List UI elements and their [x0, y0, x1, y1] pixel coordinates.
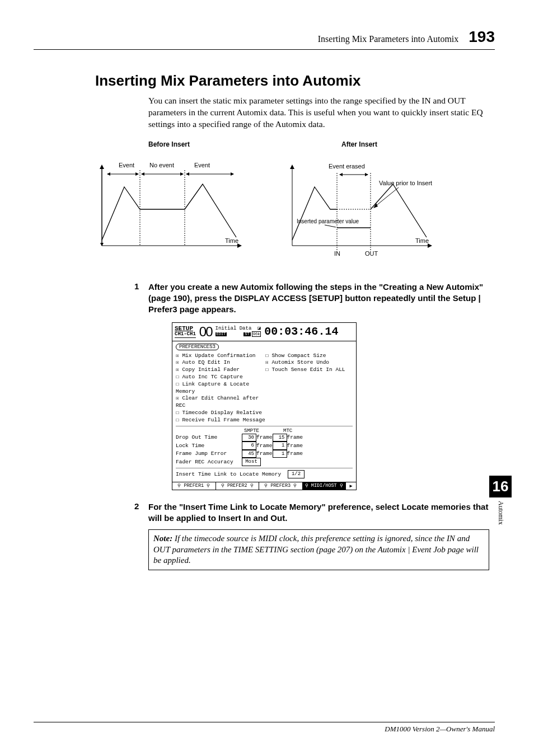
lcd-pref-left: ☐ Receive Full Frame Message [176, 417, 265, 424]
lcd-pref-left: ☐ Auto Inc TC Capture [176, 374, 265, 381]
svg-text:Value prior to Insert: Value prior to Insert [379, 180, 432, 186]
diagram-after-caption: After Insert [281, 140, 438, 148]
lcd-fader-val: Most [242, 458, 261, 466]
lcd-value-label: Frame Jump Error [176, 450, 242, 457]
chapter-label: Automix [496, 501, 505, 525]
page-header: Inserting Mix Parameters into Automix 19… [34, 28, 495, 50]
lcd-value-row: Lock Time6 frame 1 frame [176, 442, 353, 450]
lcd-st-badge: ST [243, 332, 250, 336]
lcd-insert-label: Insert Time Link to Locate Memory [176, 471, 288, 478]
svg-text:Event erased: Event erased [329, 163, 365, 170]
svg-text:IN: IN [334, 250, 340, 257]
lcd-value-smpte: 6 [242, 442, 256, 450]
lcd-pref-right: ☐ Show Compact Size [265, 353, 353, 360]
svg-text:OUT: OUT [365, 250, 378, 257]
note-box: Note: If the timecode source is MIDI clo… [148, 529, 489, 570]
diagram-before: Before Insert [91, 140, 247, 265]
lcd-pref-right [265, 417, 353, 424]
step-2-num: 2 [134, 501, 148, 524]
svg-text:Event: Event [194, 162, 210, 168]
lcd-pref-left: ☐ Timecode Display Relative [176, 410, 265, 417]
lcd-pref-row: ☒ Auto EQ Edit In☒ Automix Store Undo [176, 359, 353, 367]
intro-paragraph: You can insert the static mix parameter … [148, 95, 489, 130]
lcd-pref-left: ☒ Mix Update Confirmation [176, 353, 265, 360]
svg-line-24 [375, 187, 399, 206]
lcd-pref-right [265, 410, 353, 417]
chapter-tab: 16 Automix [489, 476, 512, 525]
svg-marker-2 [100, 165, 104, 169]
lcd-header: SETUP CH1-CH1 00 Initial Data ◪ EDIT ST9… [172, 323, 356, 341]
lcd-pref-left: ☒ Auto EQ Edit In [176, 359, 265, 367]
lcd-pref-right [265, 381, 353, 396]
step-1-num: 1 [134, 281, 148, 316]
lcd-pref-row: ☒ Mix Update Confirmation☐ Show Compact … [176, 353, 353, 360]
step-1-text: After you create a new Automix following… [148, 281, 489, 316]
lcd-tab: ▶ [346, 482, 356, 490]
lcd-screenshot: SETUP CH1-CH1 00 Initial Data ◪ EDIT ST9… [172, 322, 357, 490]
lcd-pref-row: ☐ Receive Full Frame Message [176, 417, 353, 424]
lcd-ch-label: CH1-CH1 [175, 332, 196, 337]
svg-text:No event: No event [149, 162, 174, 168]
lcd-pref-row: ☐ Auto Inc TC Capture [176, 374, 353, 381]
note-text: If the timecode source is MIDI clock, th… [153, 534, 479, 565]
lock-icon: ◪ [257, 326, 260, 331]
lcd-tab: ⚲ PREFER1 ⚲ [172, 482, 216, 490]
footer: DM1000 Version 2—Owner's Manual [34, 722, 495, 734]
lcd-col-mtc: MTC [283, 428, 292, 434]
lcd-pref-left: ☒ Clear Edit Channel after REC [176, 395, 265, 410]
lcd-timecode: 00:03:46.14 [264, 325, 338, 338]
chapter-number: 16 [489, 476, 512, 497]
lcd-value-mtc: 1 [273, 450, 287, 458]
lcd-pref-row: ☐ Timecode Display Relative [176, 410, 353, 417]
lcd-khz: 96k [252, 331, 261, 337]
lcd-value-mtc: 15 [273, 434, 287, 442]
step-2-text: For the "Insert Time Link to Locate Memo… [148, 501, 489, 524]
lcd-pref-row: ☒ Copy Initial Fader☐ Touch Sense Edit I… [176, 367, 353, 374]
lcd-value-smpte: 30 [242, 434, 256, 442]
svg-text:Time: Time [225, 237, 238, 244]
lcd-value-smpte: 45 [242, 450, 256, 458]
lcd-pref-right [265, 374, 353, 381]
lcd-tab: ⚲ MIDI/HOST ⚲ [303, 482, 346, 490]
lcd-pref-row: ☒ Clear Edit Channel after REC [176, 395, 353, 410]
lcd-col-smpte: SMPTE [244, 428, 283, 434]
lcd-tabs: ⚲ PREFER1 ⚲⚲ PREFER2 ⚲⚲ PREFER3 ⚲⚲ MIDI/… [172, 482, 356, 490]
step-2: 2 For the "Insert Time Link to Locate Me… [134, 501, 489, 524]
lcd-pref-right: ☒ Automix Store Undo [265, 359, 353, 367]
note-label: Note: [153, 534, 172, 543]
step-1: 1 After you create a new Automix followi… [134, 281, 489, 316]
diagram-after: After Insert Event erased [281, 140, 438, 265]
svg-marker-4 [237, 243, 242, 248]
diagram-after-svg: Event erased Value prior to Insert Inser… [281, 151, 438, 262]
lcd-value-label: Lock Time [176, 442, 242, 449]
lcd-insert-val: 1/2 [288, 470, 305, 478]
diagram-before-caption: Before Insert [91, 140, 247, 148]
section-title: Inserting Mix Parameters into Automix [95, 72, 495, 90]
lcd-value-row: Frame Jump Error45 frame 1 frame [176, 450, 353, 458]
lcd-setup-label: SETUP [175, 326, 196, 332]
lcd-pref-left: ☐ Link Capture & Locate Memory [176, 381, 265, 396]
svg-text:Time: Time [415, 237, 429, 244]
lcd-pref-row: ☐ Link Capture & Locate Memory [176, 381, 353, 396]
lcd-tab: ⚲ PREFER3 ⚲ [259, 482, 303, 490]
lcd-big-num: 00 [199, 324, 212, 340]
lcd-value-mtc: 1 [273, 442, 287, 450]
diagram-row: Before Insert [34, 140, 495, 265]
lcd-edit-badge: EDIT [216, 332, 227, 336]
svg-text:Inserted parameter value: Inserted parameter value [297, 218, 359, 224]
svg-text:Event: Event [119, 162, 134, 168]
page-number: 193 [469, 28, 495, 46]
lcd-tab: ⚲ PREFER2 ⚲ [216, 482, 260, 490]
header-title: Inserting Mix Parameters into Automix [318, 34, 459, 44]
diagram-before-svg: Event No event Event Time [91, 151, 247, 262]
svg-line-27 [325, 225, 336, 227]
lcd-pref-left: ☒ Copy Initial Fader [176, 367, 265, 374]
lcd-pref-right: ☐ Touch Sense Edit In ALL [265, 367, 353, 374]
lcd-pref-button: PREFERENCES3 [176, 344, 219, 350]
lcd-value-label: Drop Out Time [176, 434, 242, 441]
svg-marker-17 [428, 243, 432, 248]
lcd-value-row: Drop Out Time30 frame 15 frame [176, 434, 353, 442]
svg-marker-15 [290, 165, 294, 169]
lcd-pref-right [265, 395, 353, 410]
lcd-fader-label: Fader REC Accuracy [176, 458, 242, 466]
